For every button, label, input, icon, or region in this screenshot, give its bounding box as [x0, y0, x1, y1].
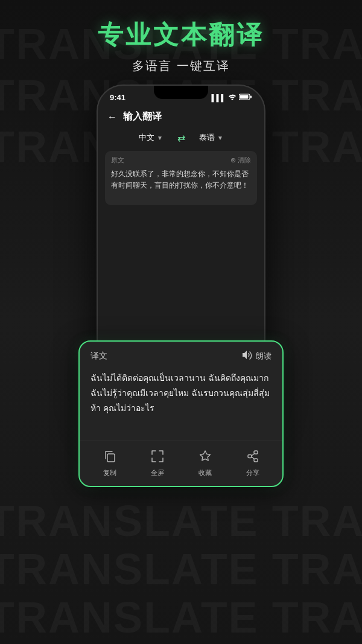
bg-text-5: TRANSLATE TRANSLATE — [0, 543, 362, 595]
language-bar: 中文 ▼ ⇄ 泰语 ▼ — [98, 128, 264, 147]
speaker-icon — [242, 350, 253, 362]
read-aloud-label: 朗读 — [256, 351, 272, 362]
sub-title: 多语言 一键互译 — [0, 58, 362, 74]
phone-notch — [154, 86, 208, 99]
result-text-area: ฉันไม่ได้ติดต่อคุณเป็นเวลานาน ฉันคิดถึงค… — [80, 368, 282, 441]
fullscreen-button[interactable]: 全屏 — [151, 450, 164, 477]
swap-icon-symbol: ⇄ — [177, 132, 185, 144]
bg-text-6: TRANSLATE TRANSLATE — [0, 591, 362, 643]
clear-label: 清除 — [238, 156, 251, 165]
read-aloud-button[interactable]: 朗读 — [242, 350, 272, 362]
copy-label: 复制 — [103, 468, 116, 477]
copy-button[interactable]: 复制 — [103, 450, 116, 477]
fullscreen-label: 全屏 — [151, 468, 164, 477]
copy-icon — [103, 450, 116, 466]
result-card: 译文 朗读 ฉันไม่ได้ติดต่อคุณเป็นเวลานาน ฉันค… — [78, 340, 284, 487]
share-label: 分享 — [246, 468, 259, 477]
result-label: 译文 — [91, 351, 107, 362]
source-lang-label: 中文 — [139, 132, 154, 143]
status-time: 9:41 — [110, 93, 125, 102]
clear-button[interactable]: ⊗ 清除 — [230, 156, 251, 165]
share-icon — [246, 450, 259, 466]
result-header: 译文 朗读 — [80, 342, 282, 368]
svg-rect-6 — [248, 455, 252, 458]
source-label: 原文 — [111, 156, 124, 165]
bookmark-label: 收藏 — [198, 468, 212, 477]
target-lang-button[interactable]: 泰语 ▼ — [199, 132, 223, 143]
result-text: ฉันไม่ได้ติดต่อคุณเป็นเวลานาน ฉันคิดถึงค… — [91, 371, 272, 416]
source-lang-button[interactable]: 中文 ▼ — [139, 132, 163, 143]
target-lang-label: 泰语 — [199, 132, 215, 143]
battery-icon — [239, 94, 252, 101]
svg-rect-3 — [107, 454, 115, 462]
svg-rect-4 — [254, 451, 258, 454]
share-button[interactable]: 分享 — [246, 450, 259, 477]
svg-rect-5 — [254, 459, 258, 462]
bookmark-button[interactable]: 收藏 — [198, 450, 212, 477]
page-header: 专业文本翻译 多语言 一键互译 — [0, 18, 362, 74]
source-text-area[interactable]: 原文 ⊗ 清除 好久没联系了，非常的想念你，不知你是否有时间聊天，盲目的打扰你，… — [105, 151, 257, 205]
status-icons: ▌▌▌ — [212, 94, 252, 101]
main-title: 专业文本翻译 — [0, 18, 362, 52]
back-button[interactable]: ← — [107, 112, 117, 123]
svg-rect-1 — [240, 95, 249, 99]
fullscreen-icon — [151, 450, 164, 466]
bg-text-4: TRANSLATE TRANSLATE — [0, 495, 362, 547]
signal-icon: ▌▌▌ — [212, 94, 226, 101]
clear-icon: ⊗ — [230, 156, 236, 164]
wifi-icon — [228, 94, 237, 101]
source-text: 好久没联系了，非常的想念你，不知你是否有时间聊天，盲目的打扰你，你不介意吧！ — [111, 168, 251, 191]
action-buttons-row: 复制 全屏 收藏 — [80, 441, 282, 486]
star-icon — [198, 450, 212, 466]
swap-lang-button[interactable]: ⇄ — [173, 132, 189, 144]
app-header: ← 输入翻译 — [98, 106, 264, 128]
source-lang-arrow: ▼ — [157, 135, 163, 141]
source-label-row: 原文 ⊗ 清除 — [111, 156, 251, 165]
svg-rect-2 — [250, 96, 252, 98]
app-title: 输入翻译 — [123, 110, 162, 123]
target-lang-arrow: ▼ — [217, 135, 223, 141]
